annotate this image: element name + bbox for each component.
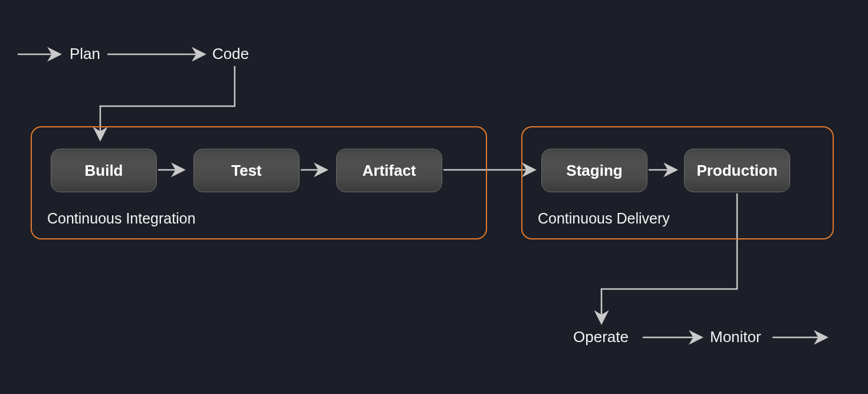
operate-label: Operate xyxy=(573,328,629,346)
test-stage: Test xyxy=(193,149,300,192)
build-stage: Build xyxy=(51,149,157,192)
production-stage: Production xyxy=(684,149,790,192)
code-label: Code xyxy=(212,45,249,63)
cd-group-label: Continuous Delivery xyxy=(538,210,670,227)
ci-group-label: Continuous Integration xyxy=(47,210,196,227)
staging-stage: Staging xyxy=(541,149,647,192)
artifact-stage: Artifact xyxy=(336,149,442,192)
monitor-label: Monitor xyxy=(710,328,761,346)
plan-label: Plan xyxy=(70,45,100,63)
